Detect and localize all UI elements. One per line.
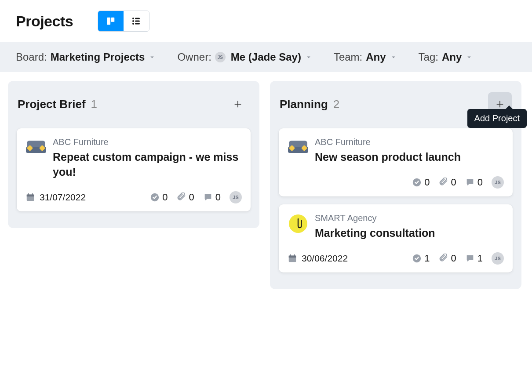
filter-owner[interactable]: Owner: JS Me (Jade Say): [177, 51, 312, 63]
svg-rect-9: [27, 194, 34, 196]
svg-rect-16: [290, 254, 291, 256]
paperclip-icon: [289, 214, 307, 233]
page-header: Projects: [0, 0, 532, 42]
svg-rect-7: [135, 23, 140, 25]
svg-point-2: [132, 18, 134, 19]
filter-label: Board:: [16, 51, 47, 63]
page-title: Projects: [16, 13, 73, 30]
column-title: Project Brief1: [18, 98, 97, 111]
chevron-down-icon: [465, 53, 473, 61]
check-circle-icon: [412, 254, 422, 263]
brand-icon: [26, 137, 47, 158]
list-icon: [131, 16, 142, 26]
project-card[interactable]: ABC FurnitureRepeat custom campaign - we…: [17, 128, 251, 211]
comments-stat: 0: [465, 177, 483, 188]
filter-value: Me (Jade Say): [231, 51, 301, 63]
comment-icon: [203, 192, 213, 202]
card-footer: 000JS: [288, 176, 504, 189]
attachment-icon: [439, 254, 448, 263]
svg-rect-11: [32, 193, 33, 195]
add-project-button[interactable]: [226, 92, 250, 116]
svg-rect-17: [294, 254, 295, 256]
check-circle-icon: [150, 192, 160, 202]
board-view-button[interactable]: [98, 11, 124, 31]
check-circle-icon: [412, 178, 422, 187]
card-stats: 101JS: [412, 252, 504, 265]
due-date-text: 31/07/2022: [40, 192, 86, 203]
due-date: 31/07/2022: [26, 192, 86, 203]
card-client: ABC Furniture: [53, 137, 242, 147]
svg-point-4: [132, 20, 134, 22]
filter-label: Owner:: [177, 51, 211, 63]
card-client: SMART Agency: [315, 213, 435, 223]
chevron-down-icon: [148, 53, 156, 61]
card-title: New season product launch: [315, 150, 461, 165]
project-card[interactable]: SMART AgencyMarketing consultation30/06/…: [279, 204, 513, 272]
filter-label: Tag:: [419, 51, 438, 63]
column-count: 1: [91, 98, 97, 111]
sofa-icon: [26, 141, 46, 155]
filter-value: Any: [366, 51, 386, 63]
comment-icon: [465, 254, 475, 263]
card-top: SMART AgencyMarketing consultation: [288, 213, 504, 241]
sofa-icon: [288, 141, 308, 155]
comments-count: 0: [477, 177, 483, 188]
comments-count: 0: [215, 192, 221, 203]
svg-rect-10: [28, 193, 29, 195]
plus-icon: [495, 99, 505, 109]
tasks-count: 1: [424, 253, 430, 264]
due-date: 30/06/2022: [288, 253, 348, 264]
tasks-count: 0: [162, 192, 168, 203]
tasks-stat: 0: [412, 177, 430, 188]
brand-icon: [288, 137, 309, 158]
column-title: Planning2: [280, 98, 339, 111]
svg-rect-5: [135, 21, 140, 22]
card-stats: 000JS: [150, 191, 242, 203]
tasks-stat: 1: [412, 253, 430, 264]
svg-point-6: [132, 23, 134, 25]
comments-stat: 1: [465, 253, 483, 264]
due-date-text: 30/06/2022: [302, 253, 348, 264]
attachments-count: 0: [451, 177, 456, 188]
filter-value: Marketing Projects: [51, 51, 145, 63]
column-title-text: Planning: [280, 98, 328, 111]
chevron-down-icon: [390, 53, 397, 61]
filter-team[interactable]: Team: Any: [334, 51, 397, 63]
card-stats: 000JS: [412, 176, 504, 189]
svg-rect-0: [107, 18, 110, 25]
column-count: 2: [333, 98, 339, 111]
attachments-stat: 0: [439, 177, 456, 188]
svg-rect-15: [289, 255, 296, 258]
attachments-stat: 0: [177, 192, 194, 203]
column-header: Project Brief1: [17, 90, 251, 128]
card-client: ABC Furniture: [315, 137, 461, 147]
project-card[interactable]: ABC FurnitureNew season product launch00…: [279, 128, 513, 196]
attachments-count: 0: [451, 253, 456, 264]
card-footer: 31/07/2022000JS: [26, 191, 242, 203]
comments-count: 1: [477, 253, 483, 264]
owner-avatar: JS: [215, 52, 226, 62]
attachment-icon: [439, 178, 448, 187]
card-title: Marketing consultation: [315, 226, 435, 241]
assignee-avatar: JS: [230, 191, 242, 203]
filter-label: Team:: [334, 51, 362, 63]
svg-rect-3: [135, 18, 140, 19]
board-icon: [106, 16, 116, 26]
attachments-stat: 0: [439, 253, 456, 264]
tasks-count: 0: [424, 177, 430, 188]
assignee-avatar: JS: [492, 252, 504, 265]
attachments-count: 0: [189, 192, 194, 203]
card-footer: 30/06/2022101JS: [288, 252, 504, 265]
chevron-down-icon: [305, 53, 313, 61]
view-switch: [98, 11, 149, 32]
list-view-button[interactable]: [124, 11, 149, 31]
filter-board[interactable]: Board: Marketing Projects: [16, 51, 156, 63]
brand-icon: [288, 213, 309, 234]
plus-icon: [233, 99, 243, 109]
kanban-column: Project Brief1ABC FurnitureRepeat custom…: [8, 81, 259, 228]
filter-bar: Board: Marketing Projects Owner: JS Me (…: [0, 42, 532, 72]
kanban-board: Project Brief1ABC FurnitureRepeat custom…: [0, 72, 532, 298]
assignee-avatar: JS: [492, 176, 504, 189]
filter-tag[interactable]: Tag: Any: [419, 51, 474, 63]
comments-stat: 0: [203, 192, 221, 203]
